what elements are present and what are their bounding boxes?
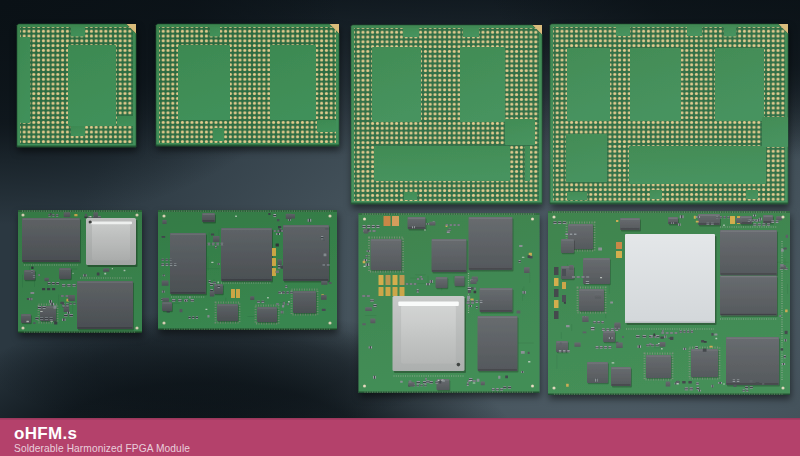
svg-text:oHFM.s: oHFM.s xyxy=(14,424,77,443)
svg-text:Solderable Harmonized FPGA Mod: Solderable Harmonized FPGA Module xyxy=(14,443,190,454)
